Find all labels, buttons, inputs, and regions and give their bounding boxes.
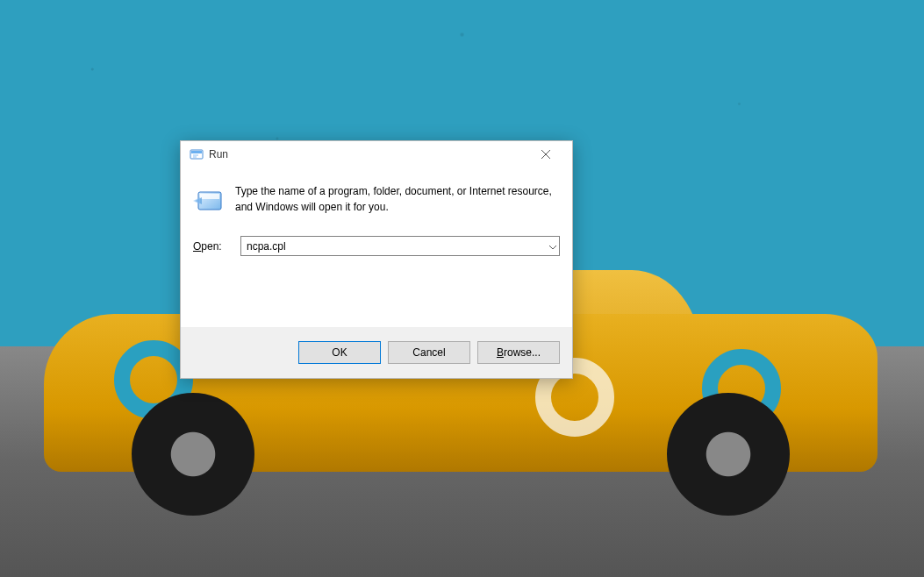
info-row: Type the name of a program, folder, docu… xyxy=(193,183,560,217)
dialog-content: Type the name of a program, folder, docu… xyxy=(181,167,572,268)
open-input-row: Open: xyxy=(193,236,560,256)
browse-button[interactable]: Browse... xyxy=(477,341,560,364)
cancel-button[interactable]: Cancel xyxy=(388,341,470,364)
run-program-icon xyxy=(193,185,225,217)
button-bar: OK Cancel Browse... xyxy=(181,327,572,378)
close-icon xyxy=(541,150,550,159)
ok-button[interactable]: OK xyxy=(298,341,381,364)
run-titlebar-icon xyxy=(190,147,204,161)
open-combobox[interactable] xyxy=(240,236,560,256)
run-dialog: Run xyxy=(180,140,573,379)
open-input[interactable] xyxy=(240,236,560,256)
close-button[interactable] xyxy=(526,142,565,167)
svg-rect-7 xyxy=(200,194,219,199)
dialog-description: Type the name of a program, folder, docu… xyxy=(235,183,560,217)
open-label: Open: xyxy=(193,240,232,253)
titlebar[interactable]: Run xyxy=(181,141,572,167)
titlebar-title: Run xyxy=(209,148,228,160)
svg-rect-1 xyxy=(191,151,202,153)
